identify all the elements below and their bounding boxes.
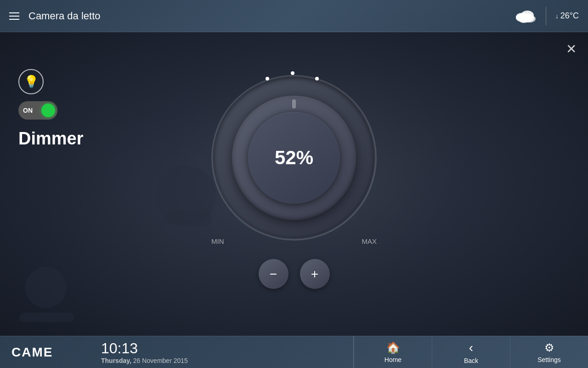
page-title: Camera da letto xyxy=(28,10,101,22)
header: Camera da letto ↓ 26°C xyxy=(0,0,588,32)
footer-date: Thursday, 26 November 2015 xyxy=(101,357,344,364)
main-content: ✕ 💡 ON Dimmer xyxy=(0,32,588,336)
footer-time-area: 10:13 Thursday, 26 November 2015 xyxy=(92,340,353,364)
settings-icon: ⚙ xyxy=(544,341,554,354)
bg-card-4 xyxy=(19,313,74,322)
decrease-button[interactable]: − xyxy=(259,259,288,289)
toggle-label: ON xyxy=(23,107,33,114)
menu-button[interactable] xyxy=(9,12,19,20)
device-name: Dimmer xyxy=(18,129,84,149)
footer-date-rest: 26 November 2015 xyxy=(131,357,188,364)
temperature-display: ↓ 26°C xyxy=(555,11,579,21)
light-icon-container: 💡 xyxy=(18,69,84,94)
footer: CAME 10:13 Thursday, 26 November 2015 🏠 … xyxy=(0,336,588,368)
on-off-toggle[interactable]: ON xyxy=(18,101,57,120)
knob-center: 52% xyxy=(248,112,340,204)
bg-card-2 xyxy=(165,212,211,225)
bg-card-3 xyxy=(25,267,67,308)
nav-settings-button[interactable]: ⚙ Settings xyxy=(510,336,588,368)
cloud-icon xyxy=(514,9,537,23)
home-icon: 🏠 xyxy=(386,341,400,354)
back-label: Back xyxy=(464,357,478,364)
header-right: ↓ 26°C xyxy=(514,7,579,25)
dot-1 xyxy=(291,71,294,75)
nav-back-button[interactable]: ‹ Back xyxy=(432,336,510,368)
knob-outer[interactable]: 52% MIN MAX xyxy=(207,70,381,245)
svg-point-4 xyxy=(519,17,528,23)
back-icon: ‹ xyxy=(469,340,473,355)
brand-logo: CAME xyxy=(0,345,92,360)
max-label: MAX xyxy=(362,237,377,245)
knob-inner[interactable]: 52% xyxy=(232,96,356,220)
home-label: Home xyxy=(384,356,401,363)
knob-notch xyxy=(292,99,296,109)
increase-button[interactable]: + xyxy=(300,259,330,289)
settings-label: Settings xyxy=(537,356,561,363)
dimmer-knob-area[interactable]: 52% MIN MAX − + xyxy=(207,70,381,289)
light-bulb-icon: 💡 xyxy=(18,69,44,94)
temp-arrow-icon: ↓ xyxy=(555,12,559,20)
temperature-value: 26°C xyxy=(560,11,579,21)
footer-nav: 🏠 Home ‹ Back ⚙ Settings xyxy=(353,336,588,368)
nav-home-button[interactable]: 🏠 Home xyxy=(354,336,432,368)
min-label: MIN xyxy=(211,237,224,245)
toggle-container: ON xyxy=(18,101,84,120)
toggle-dot xyxy=(41,104,55,117)
left-panel: 💡 ON Dimmer xyxy=(18,69,84,149)
min-max-row: MIN MAX xyxy=(207,237,381,245)
header-separator xyxy=(546,7,546,25)
close-button[interactable]: ✕ xyxy=(566,41,577,57)
header-left: Camera da letto xyxy=(9,10,101,22)
footer-time: 10:13 xyxy=(101,340,344,357)
percent-display: 52% xyxy=(275,147,313,169)
footer-date-prefix: Thursday, xyxy=(101,357,131,364)
knob-controls: − + xyxy=(259,259,330,289)
